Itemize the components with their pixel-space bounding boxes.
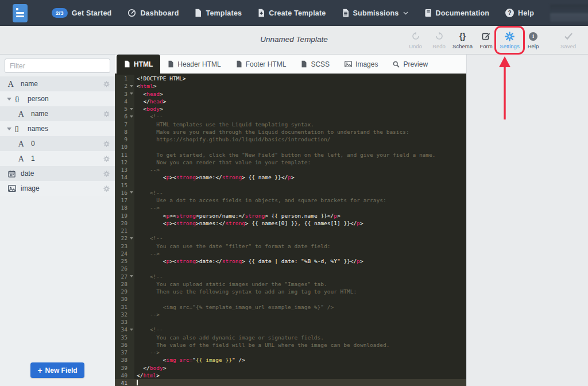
field-row-names[interactable]: []names [0, 121, 115, 136]
new-field-button[interactable]: + New Field [30, 362, 84, 378]
nav-documentation[interactable]: Documentation [416, 0, 498, 26]
code-line-6[interactable]: 6 <!-- [115, 113, 466, 120]
document-icon [195, 9, 202, 17]
chevron-down-icon[interactable] [7, 128, 11, 130]
code-line-39[interactable]: 39 </body> [115, 364, 466, 372]
toolbar-help-button[interactable]: i Help [521, 28, 545, 53]
tab-preview[interactable]: Preview [385, 55, 435, 74]
account-info-redacted[interactable] [550, 5, 588, 22]
code-line-4[interactable]: 4 </head> [115, 98, 466, 105]
nav-help[interactable]: ? Help [497, 0, 542, 26]
field-settings-gear-icon[interactable] [103, 156, 110, 162]
nav-create-template[interactable]: Create Template [250, 0, 334, 26]
form-button[interactable]: Form [474, 28, 498, 53]
code-line-36[interactable]: 36 The value of the field will be a URL … [115, 341, 466, 349]
code-line-8[interactable]: 8 Make sure you read through the Liquid … [115, 128, 466, 136]
nav-templates[interactable]: Templates [187, 0, 250, 26]
code-line-24[interactable]: 24 --> [115, 250, 466, 257]
field-settings-gear-icon[interactable] [103, 171, 110, 177]
code-line-11[interactable]: 11 To get started, click the "New Field"… [115, 151, 466, 159]
code-line-31[interactable]: 31 <img src="{% template_image_url examp… [115, 303, 466, 311]
code-line-32[interactable]: 32 --> [115, 311, 466, 318]
nav-get-started[interactable]: 2/3 Get Started [44, 0, 119, 26]
field-label: date [21, 169, 34, 177]
code-line-22[interactable]: 22 <!-- [115, 234, 466, 242]
field-row-0[interactable]: A0 [0, 136, 115, 151]
code-line-41[interactable]: 41 [115, 379, 466, 386]
field-row-name[interactable]: Aname [0, 106, 115, 121]
field-row-name[interactable]: Aname [0, 76, 115, 91]
code-line-25[interactable]: 25 <p><strong>date:</strong> {{ date | d… [115, 257, 466, 265]
code-line-16[interactable]: 16 <!-- [115, 189, 466, 196]
code-line-27[interactable]: 27 <!-- [115, 273, 466, 280]
code-line-5[interactable]: 5 <body> [115, 105, 466, 113]
filter-input[interactable] [5, 59, 110, 73]
code-line-35[interactable]: 35 You can also add dynamic image or sig… [115, 334, 466, 341]
code-text: <p><strong>person/name:</strong> {{ pers… [134, 212, 466, 219]
field-row-date[interactable]: date [0, 166, 115, 181]
code-line-13[interactable]: 13 --> [115, 166, 466, 173]
code-line-34[interactable]: 34 <!-- [115, 326, 466, 333]
nav-dashboard[interactable]: Dashboard [119, 0, 187, 26]
field-settings-gear-icon[interactable] [103, 141, 110, 147]
code-line-33[interactable]: 33 [115, 318, 466, 326]
code-line-17[interactable]: 17 Use a dot to access fields in objects… [115, 196, 466, 204]
code-line-15[interactable]: 15 [115, 182, 466, 189]
code-text: --> [134, 250, 466, 257]
code-line-10[interactable]: 10 [115, 143, 466, 150]
code-line-14[interactable]: 14 <p><strong>name:</strong> {{ name }}<… [115, 173, 466, 181]
tab-header-html[interactable]: Header HTML [160, 55, 228, 74]
field-settings-gear-icon[interactable] [103, 111, 110, 117]
schema-button[interactable]: {} Schema [451, 28, 474, 53]
chevron-down-icon[interactable] [7, 98, 11, 101]
code-line-20[interactable]: 20 <p><strong>names:</strong> {{ names[0… [115, 219, 466, 227]
field-row-image[interactable]: image [0, 181, 115, 196]
fold-arrow-icon[interactable] [130, 275, 133, 277]
code-text: Now you can render that value in your te… [134, 159, 466, 166]
tab-images[interactable]: Images [337, 55, 385, 74]
code-editor[interactable]: 1<!DOCTYPE HTML>2<html>3 <head>4 </head>… [115, 74, 466, 386]
code-text: <body> [134, 105, 466, 113]
code-line-1[interactable]: 1<!DOCTYPE HTML> [115, 75, 466, 82]
code-line-28[interactable]: 28 You can upload static images under th… [115, 280, 466, 288]
undo-button[interactable]: Undo [404, 28, 427, 53]
nav-get-started-label: Get Started [72, 9, 112, 17]
fold-arrow-icon[interactable] [130, 329, 133, 331]
code-text [134, 265, 466, 272]
fold-arrow-icon[interactable] [130, 115, 133, 118]
code-lines: 1<!DOCTYPE HTML>2<html>3 <head>4 </head>… [115, 75, 466, 386]
code-line-29[interactable]: 29 Then use the following syntax to add … [115, 288, 466, 295]
code-line-23[interactable]: 23 You can use the date "filter" to form… [115, 242, 466, 250]
code-line-37[interactable]: 37 --> [115, 349, 466, 356]
code-line-40[interactable]: 40</html> [115, 372, 466, 379]
code-text: <img src="{% template_image_url example_… [134, 303, 466, 311]
code-line-2[interactable]: 2<html> [115, 82, 466, 90]
fold-arrow-icon[interactable] [130, 108, 133, 110]
code-line-12[interactable]: 12 Now you can render that value in your… [115, 159, 466, 166]
fold-arrow-icon[interactable] [130, 85, 133, 87]
tab-html[interactable]: HTML [117, 55, 160, 74]
app-logo-icon[interactable] [13, 4, 28, 22]
settings-button[interactable]: Settings [498, 28, 521, 53]
field-row-person[interactable]: {}person [0, 91, 115, 106]
code-line-19[interactable]: 19 <p><strong>person/name:</strong> {{ p… [115, 212, 466, 219]
line-number: 14 [115, 173, 134, 181]
tab-footer-html[interactable]: Footer HTML [229, 55, 294, 74]
nav-submissions[interactable]: Submissions [334, 0, 416, 26]
fold-arrow-icon[interactable] [130, 191, 133, 194]
code-line-30[interactable]: 30 [115, 295, 466, 303]
code-line-18[interactable]: 18 --> [115, 204, 466, 211]
code-line-38[interactable]: 38 <img src="{{ image }}" /> [115, 356, 466, 364]
field-settings-gear-icon[interactable] [103, 186, 110, 192]
code-line-3[interactable]: 3 <head> [115, 90, 466, 98]
tab-scss[interactable]: SCSS [293, 55, 337, 74]
fold-arrow-icon[interactable] [130, 237, 133, 240]
code-line-26[interactable]: 26 [115, 265, 466, 272]
field-row-1[interactable]: A1 [0, 151, 115, 166]
code-line-21[interactable]: 21 [115, 227, 466, 234]
code-line-7[interactable]: 7 HTML templates use the Liquid templati… [115, 121, 466, 128]
field-settings-gear-icon[interactable] [103, 81, 110, 87]
redo-button[interactable]: Redo [427, 28, 451, 53]
code-line-9[interactable]: 9 https://shopify.github.io/liquid/basic… [115, 136, 466, 143]
fold-arrow-icon[interactable] [130, 92, 133, 95]
